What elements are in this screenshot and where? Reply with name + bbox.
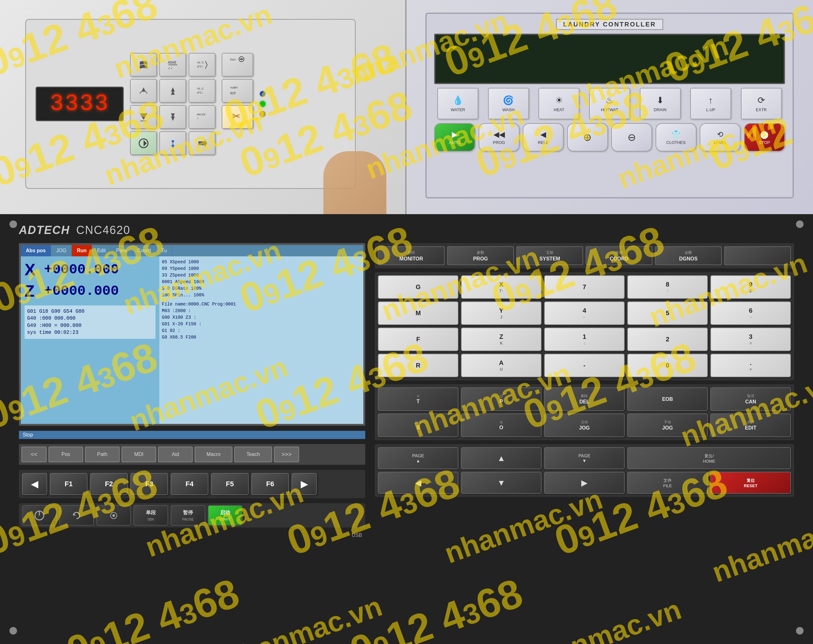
cnc-start-btn[interactable]: 启动 START — [208, 505, 242, 526]
cnc-key-manu[interactable]: 手动 JOG — [627, 414, 708, 437]
cnc-key-P[interactable]: Q P — [461, 387, 542, 411]
sewing-btn-9[interactable]: ABCDE./. — [188, 105, 215, 129]
cnc-key-5[interactable]: 5 — [627, 301, 708, 325]
laundry-btn-extr[interactable]: ⟳ EXTR — [741, 88, 782, 120]
sewing-side-btn-auBH[interactable]: AuBH程序 — [222, 79, 253, 103]
cnc-key-jog[interactable]: 点动 JOG — [544, 414, 625, 437]
cnc-softkey-pos[interactable]: Pos — [49, 446, 83, 462]
sewing-side-btn-doc[interactable]: Doc↑ — [222, 53, 253, 77]
cnc-softkey-prev[interactable]: << — [21, 446, 47, 462]
cnc-key-8[interactable]: 8 ↑ — [627, 275, 708, 299]
cnc-f1-btn[interactable]: F1 — [50, 473, 87, 495]
cnc-softkey-mdi[interactable]: MDI — [121, 446, 156, 462]
cnc-file-btn[interactable]: 文件FILE — [627, 472, 708, 494]
sewing-side-btn-scissors[interactable]: ✂ — [222, 105, 253, 129]
cnc-softkey-next[interactable]: >>> — [274, 446, 299, 462]
cnc-tab-run[interactable]: Run — [72, 245, 92, 256]
cnc-key-eob[interactable]: EOB — [627, 387, 708, 411]
cnc-reset-btn[interactable]: 复位RESET — [710, 472, 791, 494]
cnc-nav-dgnos[interactable]: 诊断 DGNOS — [655, 246, 722, 265]
cnc-tab-para[interactable]: Para — [111, 245, 132, 256]
cnc-key-7[interactable]: 7 — [544, 275, 625, 299]
cnc-key-R[interactable]: R — [378, 354, 458, 377]
cnc-f4-btn[interactable]: F4 — [171, 473, 208, 495]
cnc-key-1[interactable]: 1 ↓ — [544, 328, 625, 351]
cnc-right-arrow[interactable]: ▶ — [544, 472, 625, 494]
sewing-btn-2[interactable]: ABAB✓✓ — [159, 53, 186, 77]
cnc-tool-btn[interactable] — [96, 505, 131, 526]
cnc-pause-btn[interactable]: 暂停 PAUSE — [171, 505, 205, 526]
cnc-softkey-aid[interactable]: Aid — [158, 446, 193, 462]
cnc-tab-coord[interactable]: Coord — [132, 245, 156, 256]
cnc-softkey-macro[interactable]: Macro — [194, 446, 233, 462]
cnc-key-del[interactable]: 删除 DEL — [544, 387, 625, 411]
laundry-btn-minus[interactable]: ⊖ — [611, 123, 652, 152]
sewing-btn-10[interactable] — [130, 131, 157, 155]
laundry-btn-wash[interactable]: 🌀 WASH — [488, 88, 529, 120]
cnc-nav-monitor[interactable]: 选特 MONITOR — [378, 246, 445, 265]
cnc-home[interactable]: 复位/HOME — [627, 447, 791, 469]
sewing-btn-3[interactable]: AL↑1a°C↑ — [188, 53, 215, 77]
cnc-key-9[interactable]: 9 -Z- — [710, 275, 791, 299]
laundry-btn-level[interactable]: ⟲ LEVEL — [700, 123, 741, 152]
laundry-btn-hotwat[interactable]: ♨ HOTWAT — [589, 88, 630, 120]
cnc-f3-btn[interactable]: F3 — [130, 473, 168, 495]
laundry-btn-plus[interactable]: ⊕ — [567, 123, 608, 152]
laundry-btn-clothes[interactable]: 👕 CLOTHES — [655, 123, 697, 152]
cnc-tab-tu[interactable]: Tu — [156, 245, 172, 256]
cnc-key-can[interactable]: 取消 CAN — [710, 387, 791, 411]
cnc-key-Y[interactable]: Y J — [461, 301, 542, 325]
cnc-nav-prog[interactable]: 参数 PROG — [447, 246, 514, 265]
cnc-key-minus[interactable]: - — [544, 354, 625, 377]
cnc-key-X[interactable]: X 7↑ — [461, 275, 542, 299]
cnc-f5-btn[interactable]: F5 — [211, 473, 249, 495]
cnc-key-6[interactable]: 6 → — [710, 301, 791, 325]
laundry-btn-water[interactable]: 💧 WATER — [437, 88, 478, 120]
cnc-softkey-teach[interactable]: Teach — [234, 446, 272, 462]
sewing-btn-6[interactable]: AL↓1a°C↓ — [188, 79, 215, 103]
cnc-up-arrow[interactable]: ▲ — [461, 447, 542, 469]
cnc-page-up[interactable]: PAGE▲ — [378, 447, 458, 469]
cnc-tab-edit[interactable]: Edit — [92, 245, 111, 256]
cnc-f2-btn[interactable]: F2 — [90, 473, 128, 495]
cnc-prev-btn[interactable]: ◀ — [22, 473, 47, 495]
cnc-tab-abspos[interactable]: Abs pos — [21, 245, 51, 256]
cnc-key-G[interactable]: G — [378, 275, 458, 299]
laundry-btn-drain[interactable]: ⬇ DRAIN — [640, 88, 681, 120]
cnc-nav-system[interactable]: 宝标 SYSTEM — [516, 246, 583, 265]
cnc-key-4[interactable]: 4 ← — [544, 301, 625, 325]
cnc-reset-small-btn[interactable] — [59, 505, 94, 526]
cnc-key-A[interactable]: A U — [461, 354, 542, 377]
laundry-btn-rele[interactable]: ◀ RELE — [523, 123, 563, 152]
cnc-key-S[interactable]: H D S — [378, 414, 458, 437]
cnc-softkey-path[interactable]: Path — [85, 446, 119, 462]
cnc-power-btn[interactable] — [22, 505, 57, 526]
cnc-key-edit[interactable]: 录入 EDIT — [710, 414, 791, 437]
cnc-sbk-btn[interactable]: 单段 SBK — [133, 505, 168, 526]
laundry-btn-stop[interactable]: ⬤ STOP — [744, 123, 785, 152]
cnc-key-2[interactable]: 2 — [627, 328, 708, 351]
cnc-key-Z[interactable]: Z K — [461, 328, 542, 351]
cnc-page-down[interactable]: PAGE▼ — [544, 447, 625, 469]
cnc-key-3[interactable]: 3 = — [710, 328, 791, 351]
sewing-btn-5[interactable] — [159, 79, 186, 103]
cnc-key-O[interactable]: N O — [461, 414, 542, 437]
sewing-btn-12[interactable] — [188, 131, 215, 155]
laundry-btn-lup[interactable]: ↑ L.UP — [690, 88, 731, 120]
cnc-key-F[interactable]: F — [378, 328, 458, 351]
laundry-btn-heat[interactable]: ☀ HEAT — [539, 88, 579, 120]
sewing-btn-4[interactable] — [130, 79, 157, 103]
sewing-btn-11[interactable] — [159, 131, 186, 155]
cnc-key-dot[interactable]: . > — [710, 354, 791, 377]
cnc-next-btn[interactable]: ▶ — [292, 473, 317, 495]
sewing-btn-1[interactable] — [130, 53, 157, 77]
cnc-key-T[interactable]: V T — [378, 387, 458, 411]
laundry-btn-prog[interactable]: ◀◀ PROG — [479, 123, 519, 152]
sewing-btn-7[interactable] — [130, 105, 157, 129]
cnc-left-arrow[interactable]: ◀ — [378, 472, 458, 494]
sewing-btn-8[interactable] — [159, 105, 186, 129]
cnc-down-arrow[interactable]: ▼ — [461, 472, 542, 494]
laundry-btn-auto[interactable]: ▶ AUTO — [434, 123, 475, 152]
cnc-nav-coord[interactable]: 坐标 COORD — [586, 246, 652, 265]
cnc-key-0[interactable]: 0 — [627, 354, 708, 377]
